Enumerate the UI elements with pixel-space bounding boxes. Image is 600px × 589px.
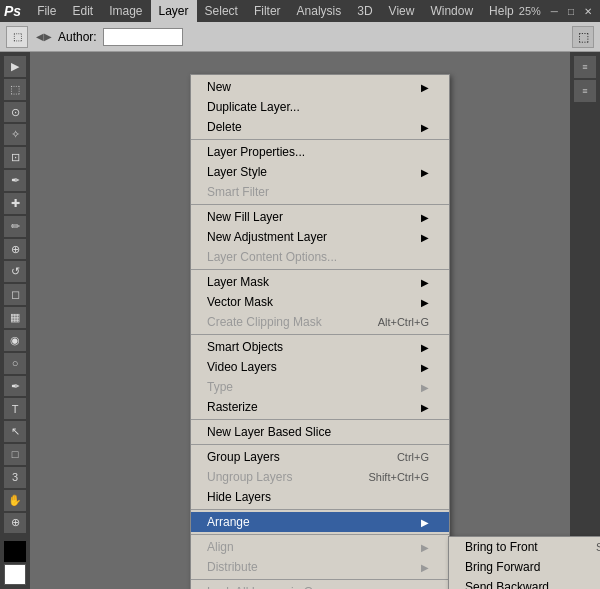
menu-help[interactable]: Help — [481, 0, 522, 22]
menu-item-layer-style[interactable]: Layer Style ▶ — [191, 162, 449, 182]
options-bar: ⬚ ◀▶ Author: ⬚ — [0, 22, 600, 52]
tool-blur[interactable]: ◉ — [4, 330, 26, 351]
menu-item-duplicate-layer[interactable]: Duplicate Layer... — [191, 97, 449, 117]
background-color[interactable] — [4, 564, 26, 585]
menu-filter[interactable]: Filter — [246, 0, 289, 22]
menu-item-new-fill-layer[interactable]: New Fill Layer ▶ — [191, 207, 449, 227]
menu-file[interactable]: File — [29, 0, 64, 22]
author-label: Author: — [58, 30, 97, 44]
tool-clone[interactable]: ⊕ — [4, 239, 26, 260]
tool-dodge[interactable]: ○ — [4, 353, 26, 374]
menu-item-smart-filter: Smart Filter — [191, 182, 449, 202]
tool-shape[interactable]: □ — [4, 444, 26, 465]
panel-icon-symbol: ⬚ — [578, 30, 589, 44]
arrow-icon: ▶ — [421, 382, 429, 393]
menu-item-new-layer-based-slice[interactable]: New Layer Based Slice — [191, 422, 449, 442]
tool-icon: ⬚ — [13, 31, 22, 42]
tool-move[interactable]: ▶ — [4, 56, 26, 77]
tool-select-path[interactable]: ↖ — [4, 421, 26, 442]
menu-analysis[interactable]: Analysis — [289, 0, 350, 22]
menu-section-7: Group Layers Ctrl+G Ungroup Layers Shift… — [191, 445, 449, 510]
tool-options-icon: ⬚ — [6, 26, 28, 48]
canvas-area: New ▶ Duplicate Layer... Delete ▶ Layer … — [30, 52, 570, 589]
menu-3d[interactable]: 3D — [349, 0, 380, 22]
menu-section-4: Layer Mask ▶ Vector Mask ▶ Create Clippi… — [191, 270, 449, 335]
arrow-icon: ▶ — [421, 542, 429, 553]
tool-brush[interactable]: ✏ — [4, 216, 26, 237]
arrow-icon: ▶ — [421, 402, 429, 413]
menu-section-1: New ▶ Duplicate Layer... Delete ▶ — [191, 75, 449, 140]
arrow-icon: ▶ — [421, 167, 429, 178]
tool-hand[interactable]: ✋ — [4, 490, 26, 511]
menu-item-delete[interactable]: Delete ▶ — [191, 117, 449, 137]
panel-icon[interactable]: ⬚ — [572, 26, 594, 48]
left-toolbar: ▶ ⬚ ⊙ ✧ ⊡ ✒ ✚ ✏ ⊕ ↺ ◻ ▦ ◉ ○ ✒ T ↖ □ 3 ✋ … — [0, 52, 30, 589]
tool-history[interactable]: ↺ — [4, 261, 26, 282]
arrow-icon: ▶ — [421, 277, 429, 288]
panel-btn-1[interactable]: ≡ — [574, 56, 596, 78]
menu-section-6: New Layer Based Slice — [191, 420, 449, 445]
tool-eraser[interactable]: ◻ — [4, 284, 26, 305]
main-area: ▶ ⬚ ⊙ ✧ ⊡ ✒ ✚ ✏ ⊕ ↺ ◻ ▦ ◉ ○ ✒ T ↖ □ 3 ✋ … — [0, 52, 600, 589]
tool-marquee[interactable]: ⬚ — [4, 79, 26, 100]
window-controls: 25% ─ □ ✕ — [519, 0, 600, 22]
menu-item-rasterize[interactable]: Rasterize ▶ — [191, 397, 449, 417]
menu-item-group-layers[interactable]: Group Layers Ctrl+G — [191, 447, 449, 467]
window-restore[interactable]: □ — [564, 6, 578, 17]
panel-btn-2[interactable]: ≡ — [574, 80, 596, 102]
author-input[interactable] — [103, 28, 183, 46]
menu-item-lock-all-layers: Lock All Layers in Group... — [191, 582, 449, 589]
menu-item-video-layers[interactable]: Video Layers ▶ — [191, 357, 449, 377]
menu-item-layer-content-options: Layer Content Options... — [191, 247, 449, 267]
collapse-arrow-icon: ◀▶ — [36, 31, 52, 42]
menu-item-align: Align ▶ — [191, 537, 449, 557]
menu-section-3: New Fill Layer ▶ New Adjustment Layer ▶ … — [191, 205, 449, 270]
menu-item-vector-mask[interactable]: Vector Mask ▶ — [191, 292, 449, 312]
menu-item-create-clipping-mask: Create Clipping Mask Alt+Ctrl+G — [191, 312, 449, 332]
zoom-level: 25% — [519, 5, 541, 17]
menu-item-hide-layers[interactable]: Hide Layers — [191, 487, 449, 507]
tool-3d[interactable]: 3 — [4, 467, 26, 488]
tool-lasso[interactable]: ⊙ — [4, 102, 26, 123]
arrow-icon: ▶ — [421, 562, 429, 573]
menu-item-smart-objects[interactable]: Smart Objects ▶ — [191, 337, 449, 357]
menu-layer[interactable]: Layer — [151, 0, 197, 22]
tool-eyedropper[interactable]: ✒ — [4, 170, 26, 191]
menu-item-new-adjustment-layer[interactable]: New Adjustment Layer ▶ — [191, 227, 449, 247]
arrow-icon: ▶ — [421, 82, 429, 93]
tool-healing[interactable]: ✚ — [4, 193, 26, 214]
menu-item-layer-properties[interactable]: Layer Properties... — [191, 142, 449, 162]
submenu-item-send-backward[interactable]: Send Backward Ctrl+[ — [449, 577, 600, 589]
menu-select[interactable]: Select — [197, 0, 246, 22]
window-close[interactable]: ✕ — [580, 6, 596, 17]
menu-item-layer-mask[interactable]: Layer Mask ▶ — [191, 272, 449, 292]
arrow-icon: ▶ — [421, 297, 429, 308]
menu-view[interactable]: View — [381, 0, 423, 22]
menu-section-9: Align ▶ Distribute ▶ — [191, 535, 449, 580]
menu-window[interactable]: Window — [422, 0, 481, 22]
menu-section-5: Smart Objects ▶ Video Layers ▶ Type ▶ Ra… — [191, 335, 449, 420]
tool-crop[interactable]: ⊡ — [4, 147, 26, 168]
tool-zoom[interactable]: ⊕ — [4, 513, 26, 534]
right-panel: ≡ ≡ — [570, 52, 600, 589]
menu-image[interactable]: Image — [101, 0, 150, 22]
arrow-icon: ▶ — [421, 517, 429, 528]
tool-magic-wand[interactable]: ✧ — [4, 124, 26, 145]
arrow-icon: ▶ — [421, 212, 429, 223]
tool-text[interactable]: T — [4, 398, 26, 419]
submenu-item-bring-to-front[interactable]: Bring to Front Shift+Ctrl+] — [449, 537, 600, 557]
window-minimize[interactable]: ─ — [547, 6, 562, 17]
menu-section-2: Layer Properties... Layer Style ▶ Smart … — [191, 140, 449, 205]
menu-item-arrange[interactable]: Arrange ▶ — [191, 512, 449, 532]
arrow-icon: ▶ — [421, 122, 429, 133]
tool-pen[interactable]: ✒ — [4, 376, 26, 397]
arrange-submenu: Bring to Front Shift+Ctrl+] Bring Forwar… — [448, 536, 600, 589]
submenu-item-bring-forward[interactable]: Bring Forward Ctrl+] — [449, 557, 600, 577]
menu-edit[interactable]: Edit — [64, 0, 101, 22]
arrow-icon: ▶ — [421, 342, 429, 353]
menu-item-new[interactable]: New ▶ — [191, 77, 449, 97]
tool-gradient[interactable]: ▦ — [4, 307, 26, 328]
menu-section-8: Arrange ▶ — [191, 510, 449, 535]
arrow-icon: ▶ — [421, 362, 429, 373]
foreground-color[interactable] — [4, 541, 26, 562]
